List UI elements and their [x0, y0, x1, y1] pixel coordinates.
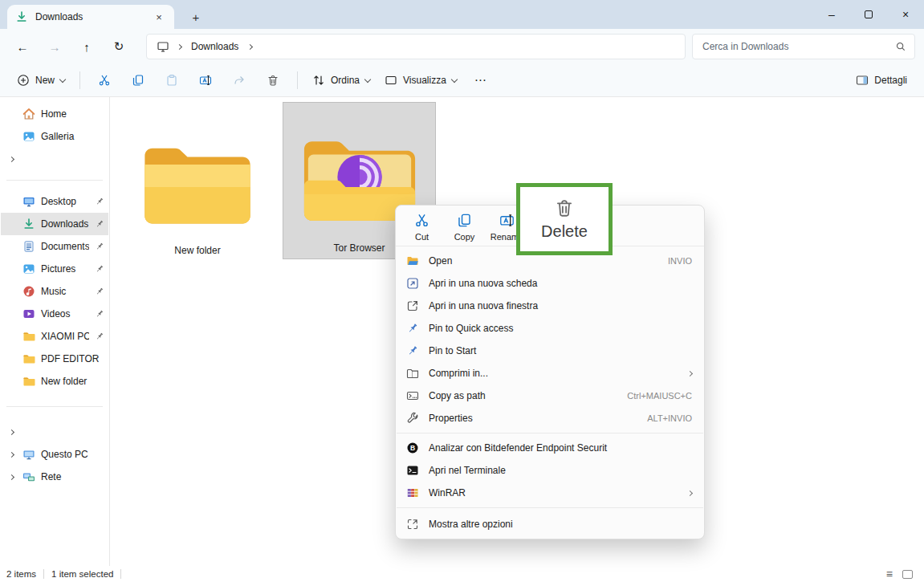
menu-item-winrar[interactable]: WinRAR — [396, 482, 704, 504]
this-pc-icon — [22, 448, 35, 461]
chevron-right-icon — [8, 429, 14, 434]
sidebar-item-label: Rete — [41, 471, 104, 482]
sort-button[interactable]: Ordina — [305, 68, 377, 92]
sidebar-item-xiaomi-poco-f[interactable]: XIAOMI POCO F — [1, 325, 108, 348]
search-box[interactable] — [692, 34, 915, 59]
share-button[interactable] — [222, 68, 256, 92]
sidebar-item-new-folder[interactable]: New folder — [1, 370, 108, 393]
paste-button[interactable] — [155, 68, 189, 92]
status-separator — [43, 569, 44, 579]
chevron-right-icon — [8, 156, 14, 161]
sidebar-item-documents[interactable]: Documents — [1, 235, 108, 258]
minimize-button[interactable]: – — [813, 0, 850, 29]
menu-item-show-more-options[interactable]: Mostra altre opzioni — [396, 511, 704, 536]
menu-item-shortcut: Ctrl+MAIUSC+C — [627, 391, 692, 401]
sidebar-item-downloads[interactable]: Downloads — [1, 213, 108, 235]
menu-item-properties[interactable]: Properties ALT+INVIO — [396, 407, 704, 429]
rename-icon — [199, 74, 212, 87]
pin-icon — [95, 309, 104, 319]
sidebar-item-questo-pc[interactable]: Questo PC — [1, 443, 108, 466]
show-more-options-icon — [406, 518, 419, 531]
menu-item-label: Properties — [429, 413, 637, 424]
menu-item-label: Pin to Start — [429, 345, 692, 356]
folder-icon — [22, 375, 35, 388]
rename-button[interactable] — [189, 68, 222, 92]
cut-icon — [98, 74, 111, 87]
menu-item-label: Apri nel Terminale — [429, 465, 692, 476]
sidebar-item-desktop[interactable]: Desktop — [1, 190, 108, 213]
context-cut-button[interactable]: Cut — [401, 213, 443, 242]
sidebar-item-label: Music — [41, 286, 89, 297]
open-folder-icon — [406, 254, 419, 267]
menu-item-open-new-window[interactable]: Apri in una nuova finestra — [396, 295, 704, 317]
sidebar-item-videos[interactable]: Videos — [1, 303, 108, 325]
sidebar-expander[interactable] — [1, 148, 108, 170]
selection-count: 1 item selected — [51, 569, 113, 579]
close-button[interactable]: × — [887, 0, 924, 29]
delete-callout[interactable]: Delete — [516, 183, 613, 255]
sort-button-label: Ordina — [331, 75, 360, 86]
file-name: New folder — [174, 245, 220, 256]
view-button[interactable]: Visualizza — [377, 68, 464, 92]
window-controls: – × — [813, 0, 924, 29]
details-pane-button[interactable]: Dettagli — [849, 68, 914, 92]
menu-item-bitdefender-scan[interactable]: Analizar con Bitdefender Endpoint Securi… — [396, 437, 704, 459]
sidebar-item-label: PDF EDITOR — [41, 353, 104, 364]
menu-item-label: Open — [429, 255, 658, 267]
tab-close-icon[interactable]: × — [152, 11, 166, 23]
refresh-button[interactable]: ↻ — [103, 34, 135, 59]
pin-icon — [406, 322, 419, 335]
bitdefender-icon — [406, 442, 419, 454]
sidebar-item-label: Questo PC — [41, 449, 104, 460]
view-button-label: Visualizza — [403, 75, 446, 86]
menu-item-pin-start[interactable]: Pin to Start — [396, 340, 704, 362]
more-options-button[interactable]: ⋯ — [464, 68, 498, 92]
sidebar-item-music[interactable]: Music — [1, 280, 108, 303]
list-view-button[interactable]: ≡ — [886, 568, 893, 580]
menu-item-copy-as-path[interactable]: Copy as path Ctrl+MAIUSC+C — [396, 385, 704, 407]
search-input[interactable] — [702, 41, 895, 52]
sidebar-item-home[interactable]: Home — [1, 103, 108, 125]
forward-button[interactable]: → — [39, 34, 71, 59]
large-thumbnails-view-button[interactable] — [902, 570, 913, 579]
new-button[interactable]: New — [10, 68, 72, 92]
pin-icon — [95, 332, 104, 341]
terminal-icon — [406, 464, 419, 477]
home-icon — [22, 108, 35, 120]
sidebar-item-galleria[interactable]: Galleria — [1, 125, 108, 148]
new-tab-button[interactable]: + — [187, 10, 205, 24]
sidebar-expander[interactable] — [1, 421, 108, 443]
pin-icon — [95, 197, 104, 206]
breadcrumb-item-downloads[interactable]: Downloads — [189, 41, 240, 52]
explorer-tab-downloads[interactable]: Downloads × — [7, 5, 174, 29]
context-copy-button[interactable]: Copy — [443, 213, 486, 242]
toolbar-separator — [79, 71, 80, 89]
sidebar-item-pictures[interactable]: Pictures — [1, 258, 108, 280]
menu-item-label: Analizar con Bitdefender Endpoint Securi… — [429, 442, 692, 454]
sidebar-item-rete[interactable]: Rete — [1, 466, 108, 488]
menu-item-compress[interactable]: Comprimi in... — [396, 362, 704, 385]
sidebar-separator — [6, 406, 103, 407]
cut-button[interactable] — [88, 68, 121, 92]
breadcrumb[interactable]: Downloads — [146, 34, 686, 59]
sidebar-item-label: Documents — [41, 241, 89, 252]
file-explorer-window: Downloads × + – × ← → ↑ ↻ Downloads New — [0, 0, 924, 582]
command-label: Copy — [454, 232, 475, 242]
file-tile-new-folder[interactable]: New folder — [135, 107, 260, 261]
menu-item-open-terminal[interactable]: Apri nel Terminale — [396, 459, 704, 482]
back-button[interactable]: ← — [6, 34, 39, 59]
tab-title: Downloads — [35, 11, 145, 22]
pin-icon — [95, 287, 104, 296]
menu-item-pin-quick-access[interactable]: Pin to Quick access — [396, 317, 704, 340]
sidebar-item-pdf-editor[interactable]: PDF EDITOR — [1, 348, 108, 370]
copy-button[interactable] — [121, 68, 155, 92]
maximize-button[interactable] — [850, 0, 887, 29]
details-pane-label: Dettagli — [874, 75, 907, 86]
up-button[interactable]: ↑ — [71, 34, 103, 59]
sidebar-separator — [6, 180, 103, 181]
paste-icon — [165, 74, 178, 87]
menu-item-open-new-tab[interactable]: Apri in una nuova scheda — [396, 272, 704, 295]
gallery-icon — [22, 130, 35, 143]
menu-item-label: Apri in una nuova finestra — [429, 300, 692, 311]
delete-button[interactable] — [256, 68, 290, 92]
